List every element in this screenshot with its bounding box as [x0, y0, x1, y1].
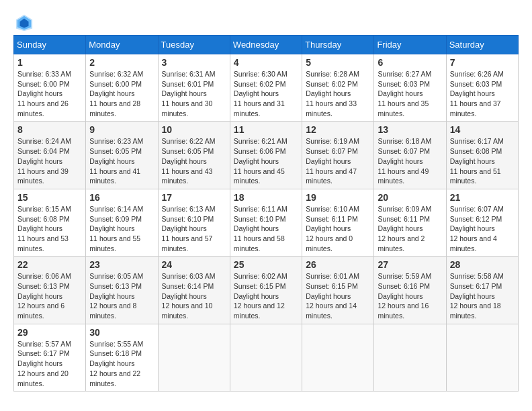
day-info: Sunrise: 6:22 AMSunset: 6:05 PMDaylight …: [162, 136, 226, 185]
day-info: Sunrise: 5:59 AMSunset: 6:16 PMDaylight …: [378, 271, 442, 320]
day-number: 13: [378, 124, 442, 135]
calendar-container: SundayMondayTuesdayWednesdayThursdayFrid…: [13, 13, 519, 392]
weekday-header-row: SundayMondayTuesdayWednesdayThursdayFrid…: [14, 36, 519, 54]
day-info: Sunrise: 6:05 AMSunset: 6:13 PMDaylight …: [89, 271, 154, 320]
calendar-cell: 30Sunrise: 5:55 AMSunset: 6:18 PMDayligh…: [86, 324, 158, 391]
day-number: 4: [234, 57, 298, 68]
weekday-header-thursday: Thursday: [302, 36, 374, 54]
day-number: 16: [89, 192, 154, 203]
day-info: Sunrise: 6:15 AMSunset: 6:08 PMDaylight …: [17, 204, 82, 253]
day-number: 19: [306, 192, 370, 203]
calendar-cell: 24Sunrise: 6:03 AMSunset: 6:14 PMDayligh…: [158, 257, 230, 324]
calendar-cell: 5Sunrise: 6:28 AMSunset: 6:02 PMDaylight…: [302, 54, 374, 122]
calendar-cell: 17Sunrise: 6:13 AMSunset: 6:10 PMDayligh…: [158, 189, 230, 256]
calendar-cell: 16Sunrise: 6:14 AMSunset: 6:09 PMDayligh…: [86, 189, 158, 256]
calendar-cell: 1Sunrise: 6:33 AMSunset: 6:00 PMDaylight…: [14, 54, 86, 122]
calendar-cell: 6Sunrise: 6:27 AMSunset: 6:03 PMDaylight…: [374, 54, 446, 122]
calendar-cell: 20Sunrise: 6:09 AMSunset: 6:11 PMDayligh…: [374, 189, 446, 256]
day-number: 24: [162, 259, 226, 270]
day-number: 6: [378, 57, 442, 68]
day-info: Sunrise: 6:23 AMSunset: 6:05 PMDaylight …: [89, 136, 154, 185]
calendar-cell: 13Sunrise: 6:18 AMSunset: 6:07 PMDayligh…: [374, 122, 446, 189]
calendar-cell: [302, 324, 374, 391]
day-number: 9: [89, 124, 154, 135]
weekday-header-saturday: Saturday: [446, 36, 518, 54]
day-number: 30: [89, 327, 154, 338]
day-number: 5: [306, 57, 370, 68]
calendar-cell: [230, 324, 302, 391]
day-info: Sunrise: 6:28 AMSunset: 6:02 PMDaylight …: [306, 69, 370, 118]
day-number: 26: [306, 259, 370, 270]
calendar-cell: [374, 324, 446, 391]
day-number: 8: [17, 124, 82, 135]
calendar-cell: 23Sunrise: 6:05 AMSunset: 6:13 PMDayligh…: [86, 257, 158, 324]
day-info: Sunrise: 5:58 AMSunset: 6:17 PMDaylight …: [450, 271, 515, 320]
weekday-header-friday: Friday: [374, 36, 446, 54]
calendar-cell: 14Sunrise: 6:17 AMSunset: 6:08 PMDayligh…: [446, 122, 518, 189]
day-number: 27: [378, 259, 442, 270]
day-info: Sunrise: 6:18 AMSunset: 6:07 PMDaylight …: [378, 136, 442, 185]
day-info: Sunrise: 6:32 AMSunset: 6:00 PMDaylight …: [89, 69, 154, 118]
day-number: 28: [450, 259, 515, 270]
day-info: Sunrise: 5:57 AMSunset: 6:17 PMDaylight …: [17, 339, 82, 388]
day-info: Sunrise: 6:27 AMSunset: 6:03 PMDaylight …: [378, 69, 442, 118]
day-number: 10: [162, 124, 226, 135]
day-number: 7: [450, 57, 515, 68]
weekday-header-monday: Monday: [86, 36, 158, 54]
day-info: Sunrise: 6:17 AMSunset: 6:08 PMDaylight …: [450, 136, 515, 185]
calendar-cell: 25Sunrise: 6:02 AMSunset: 6:15 PMDayligh…: [230, 257, 302, 324]
day-number: 1: [17, 57, 82, 68]
calendar-cell: 18Sunrise: 6:11 AMSunset: 6:10 PMDayligh…: [230, 189, 302, 256]
day-number: 18: [234, 192, 298, 203]
week-row-4: 22Sunrise: 6:06 AMSunset: 6:13 PMDayligh…: [14, 257, 519, 324]
day-info: Sunrise: 6:21 AMSunset: 6:06 PMDaylight …: [234, 136, 298, 185]
weekday-header-wednesday: Wednesday: [230, 36, 302, 54]
week-row-5: 29Sunrise: 5:57 AMSunset: 6:17 PMDayligh…: [14, 324, 519, 391]
weekday-header-sunday: Sunday: [14, 36, 86, 54]
day-info: Sunrise: 6:33 AMSunset: 6:00 PMDaylight …: [17, 69, 82, 118]
day-info: Sunrise: 6:01 AMSunset: 6:15 PMDaylight …: [306, 271, 370, 320]
week-row-3: 15Sunrise: 6:15 AMSunset: 6:08 PMDayligh…: [14, 189, 519, 256]
day-number: 14: [450, 124, 515, 135]
calendar-cell: 4Sunrise: 6:30 AMSunset: 6:02 PMDaylight…: [230, 54, 302, 122]
day-info: Sunrise: 6:03 AMSunset: 6:14 PMDaylight …: [162, 271, 226, 320]
header: [13, 13, 519, 30]
day-info: Sunrise: 6:14 AMSunset: 6:09 PMDaylight …: [89, 204, 154, 253]
calendar-cell: 12Sunrise: 6:19 AMSunset: 6:07 PMDayligh…: [302, 122, 374, 189]
day-number: 3: [162, 57, 226, 68]
day-info: Sunrise: 6:30 AMSunset: 6:02 PMDaylight …: [234, 69, 298, 118]
calendar-cell: 26Sunrise: 6:01 AMSunset: 6:15 PMDayligh…: [302, 257, 374, 324]
calendar-cell: 10Sunrise: 6:22 AMSunset: 6:05 PMDayligh…: [158, 122, 230, 189]
day-info: Sunrise: 6:19 AMSunset: 6:07 PMDaylight …: [306, 136, 370, 185]
calendar-cell: 7Sunrise: 6:26 AMSunset: 6:03 PMDaylight…: [446, 54, 518, 122]
day-number: 2: [89, 57, 154, 68]
calendar-cell: 29Sunrise: 5:57 AMSunset: 6:17 PMDayligh…: [14, 324, 86, 391]
day-info: Sunrise: 6:31 AMSunset: 6:01 PMDaylight …: [162, 69, 226, 118]
day-number: 22: [17, 259, 82, 270]
week-row-1: 1Sunrise: 6:33 AMSunset: 6:00 PMDaylight…: [14, 54, 519, 122]
calendar-cell: [446, 324, 518, 391]
calendar-cell: 3Sunrise: 6:31 AMSunset: 6:01 PMDaylight…: [158, 54, 230, 122]
day-info: Sunrise: 5:55 AMSunset: 6:18 PMDaylight …: [89, 339, 154, 388]
calendar-cell: [158, 324, 230, 391]
calendar-cell: 11Sunrise: 6:21 AMSunset: 6:06 PMDayligh…: [230, 122, 302, 189]
day-info: Sunrise: 6:07 AMSunset: 6:12 PMDaylight …: [450, 204, 515, 253]
day-number: 11: [234, 124, 298, 135]
calendar-cell: 2Sunrise: 6:32 AMSunset: 6:00 PMDaylight…: [86, 54, 158, 122]
calendar-cell: 27Sunrise: 5:59 AMSunset: 6:16 PMDayligh…: [374, 257, 446, 324]
day-info: Sunrise: 6:06 AMSunset: 6:13 PMDaylight …: [17, 271, 82, 320]
day-number: 12: [306, 124, 370, 135]
weekday-header-tuesday: Tuesday: [158, 36, 230, 54]
day-number: 29: [17, 327, 82, 338]
week-row-2: 8Sunrise: 6:24 AMSunset: 6:04 PMDaylight…: [14, 122, 519, 189]
day-number: 20: [378, 192, 442, 203]
calendar-cell: 28Sunrise: 5:58 AMSunset: 6:17 PMDayligh…: [446, 257, 518, 324]
day-info: Sunrise: 6:24 AMSunset: 6:04 PMDaylight …: [17, 136, 82, 185]
logo: [13, 13, 34, 30]
day-info: Sunrise: 6:09 AMSunset: 6:11 PMDaylight …: [378, 204, 442, 253]
calendar-cell: 15Sunrise: 6:15 AMSunset: 6:08 PMDayligh…: [14, 189, 86, 256]
logo-icon: [15, 13, 34, 32]
day-info: Sunrise: 6:11 AMSunset: 6:10 PMDaylight …: [234, 204, 298, 253]
day-number: 15: [17, 192, 82, 203]
calendar-cell: 19Sunrise: 6:10 AMSunset: 6:11 PMDayligh…: [302, 189, 374, 256]
